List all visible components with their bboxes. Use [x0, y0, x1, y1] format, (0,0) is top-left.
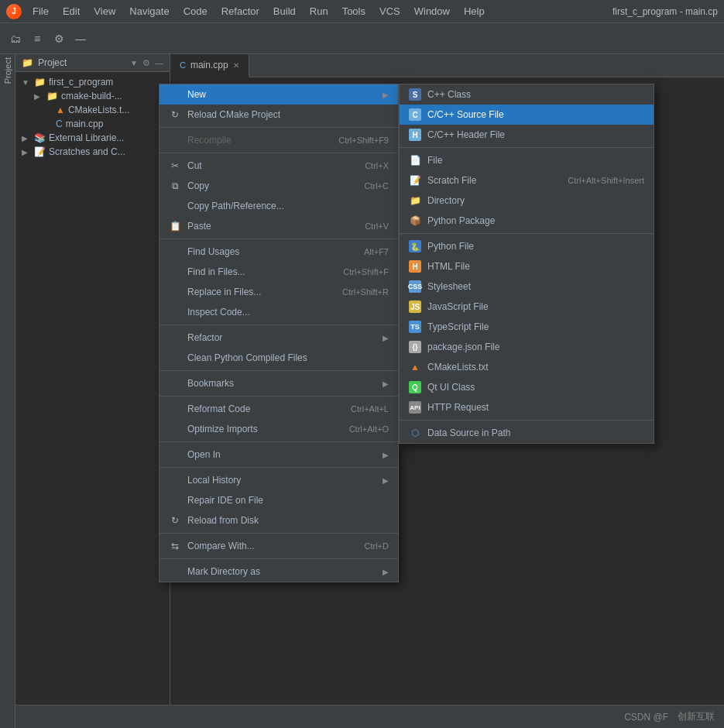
ctx-item-replace-in-files[interactable]: Replace in Files... Ctrl+Shift+R: [160, 282, 398, 302]
menu-code[interactable]: Code: [177, 4, 214, 19]
submenu-item-package-json[interactable]: {} package.json File: [400, 337, 654, 357]
submenu-item-javascript[interactable]: JS JavaScript File: [400, 297, 654, 317]
ctx-copy-label: Copy: [187, 180, 359, 191]
menu-vcs[interactable]: VCS: [373, 4, 407, 19]
tab-main-cpp[interactable]: C main.cpp ✕: [170, 54, 249, 77]
menu-navigate[interactable]: Navigate: [123, 4, 175, 19]
menu-help[interactable]: Help: [458, 4, 491, 19]
ctx-local-history-label: Local History: [187, 475, 376, 486]
submenu-item-cmakelists[interactable]: ▲ CMakeLists.txt: [400, 357, 654, 377]
menu-build[interactable]: Build: [267, 4, 302, 19]
tree-arrow-ext: ▶: [22, 134, 31, 143]
ctx-sep-2: [160, 153, 398, 153]
menu-file[interactable]: File: [26, 4, 55, 19]
ctx-item-reformat[interactable]: Reformat Code Ctrl+Alt+L: [160, 399, 398, 419]
project-settings-icon[interactable]: ⚙: [142, 58, 150, 68]
toolbar-icon-2[interactable]: ⚙: [50, 29, 68, 48]
ctx-item-cut[interactable]: ✂ Cut Ctrl+X: [160, 156, 398, 176]
submenu-item-cpp-header[interactable]: H C/C++ Header File: [400, 125, 654, 145]
ctx-refactor-label: Refactor: [187, 332, 376, 343]
project-minimize-icon[interactable]: —: [155, 58, 163, 67]
submenu-item-python-package[interactable]: 📦 Python Package: [400, 211, 654, 231]
submenu-item-stylesheet[interactable]: CSS Stylesheet: [400, 276, 654, 297]
ctx-item-copy[interactable]: ⧉ Copy Ctrl+C: [160, 176, 398, 196]
tab-close-icon[interactable]: ✕: [233, 61, 239, 70]
submenu-cpp-source-label: C/C++ Source File: [427, 109, 644, 120]
submenu-sep-3: [400, 420, 654, 421]
submenu-python-pkg-label: Python Package: [427, 215, 644, 226]
ctx-item-mark-directory[interactable]: Mark Directory as ▶: [160, 561, 398, 582]
ctx-item-refactor[interactable]: Refactor ▶: [160, 328, 398, 348]
ctx-item-recompile[interactable]: Recompile Ctrl+Shift+F9: [160, 130, 398, 150]
ctx-item-reload-cmake[interactable]: ↻ Reload CMake Project: [160, 105, 398, 125]
ctx-replace-icon: [169, 286, 181, 298]
submenu-item-file[interactable]: 📄 File: [400, 150, 654, 170]
ctx-item-find-usages[interactable]: Find Usages Alt+F7: [160, 242, 398, 262]
ctx-item-clean-python[interactable]: Clean Python Compiled Files: [160, 348, 398, 368]
ctx-item-compare-with[interactable]: ⇆ Compare With... Ctrl+D: [160, 536, 398, 556]
ctx-optimize-label: Optimize Imports: [187, 424, 343, 434]
submenu-item-cpp-class[interactable]: S C++ Class: [400, 84, 654, 105]
toolbar-project-icon[interactable]: 🗂: [6, 29, 25, 48]
ctx-replace-shortcut: Ctrl+Shift+R: [342, 287, 389, 297]
submenu-item-cpp-source[interactable]: C C/C++ Source File: [400, 105, 654, 125]
menu-edit[interactable]: Edit: [57, 4, 86, 19]
ctx-item-optimize-imports[interactable]: Optimize Imports Ctrl+Alt+O: [160, 419, 398, 439]
ctx-local-history-arrow: ▶: [383, 476, 389, 485]
ctx-item-find-in-files[interactable]: Find in Files... Ctrl+Shift+F: [160, 262, 398, 282]
tree-label-external-libs: External Librarie...: [49, 132, 124, 143]
ctx-item-repair-ide[interactable]: Repair IDE on File: [160, 490, 398, 510]
ctx-sep-6: [160, 396, 398, 397]
tree-item-external-libs[interactable]: ▶ 📚 External Librarie...: [15, 131, 170, 145]
ctx-item-local-history[interactable]: Local History ▶: [160, 470, 398, 490]
submenu-item-html-file[interactable]: H HTML File: [400, 256, 654, 276]
ctx-item-paste[interactable]: 📋 Paste Ctrl+V: [160, 216, 398, 236]
toolbar: 🗂 ≡ ⚙ —: [0, 23, 724, 54]
submenu-item-data-source-path[interactable]: ⬡ Data Source in Path: [400, 423, 654, 443]
ctx-reformat-label: Reformat Code: [187, 403, 345, 414]
submenu-scratch-shortcut: Ctrl+Alt+Shift+Insert: [568, 176, 644, 185]
ctx-item-new[interactable]: New ▶: [160, 84, 398, 105]
ctx-item-reload-disk[interactable]: ↻ Reload from Disk: [160, 510, 398, 531]
submenu-item-python-file[interactable]: 🐍 Python File: [400, 236, 654, 256]
tree-item-cmakelists[interactable]: ▲ CMakeLists.t...: [15, 103, 170, 117]
ctx-item-bookmarks[interactable]: Bookmarks ▶: [160, 373, 398, 393]
ctx-open-in-arrow: ▶: [383, 451, 389, 459]
submenu-item-typescript[interactable]: TS TypeScript File: [400, 317, 654, 337]
toolbar-icon-3[interactable]: —: [71, 29, 90, 48]
tree-item-root[interactable]: ▼ 📁 first_c_program: [15, 75, 170, 89]
ctx-clean-python-icon: [169, 352, 181, 364]
tree-item-scratches[interactable]: ▶ 📝 Scratches and C...: [15, 145, 170, 159]
ctx-mark-dir-arrow: ▶: [383, 568, 389, 576]
submenu-item-qt-ui[interactable]: Q Qt UI Class: [400, 377, 654, 397]
submenu-item-scratch-file[interactable]: 📝 Scratch File Ctrl+Alt+Shift+Insert: [400, 170, 654, 191]
ctx-copy-path-icon: [169, 200, 181, 212]
submenu-stylesheet-label: Stylesheet: [427, 281, 644, 292]
project-vertical-label[interactable]: Project: [3, 57, 12, 84]
ctx-cut-icon: ✂: [169, 160, 181, 172]
ctx-refactor-icon: [169, 331, 181, 344]
ctx-item-inspect-code[interactable]: Inspect Code...: [160, 302, 398, 322]
menu-view[interactable]: View: [87, 4, 122, 19]
submenu-new: S C++ Class C C/C++ Source File H C/C++ …: [399, 84, 654, 444]
menu-tools[interactable]: Tools: [336, 4, 372, 19]
menu-window[interactable]: Window: [408, 4, 456, 19]
menu-run[interactable]: Run: [304, 4, 335, 19]
submenu-sep-2: [400, 233, 654, 234]
ctx-open-in-label: Open In: [187, 449, 376, 460]
ctx-sep-4: [160, 325, 398, 325]
ctx-sep-7: [160, 441, 398, 442]
menu-refactor[interactable]: Refactor: [215, 4, 266, 19]
ctx-item-copy-path[interactable]: Copy Path/Reference...: [160, 196, 398, 216]
project-chevron-down-icon[interactable]: ▼: [130, 59, 138, 67]
tree-item-cmake-build[interactable]: ▶ 📁 cmake-build-...: [15, 89, 170, 103]
toolbar-icon-1[interactable]: ≡: [28, 29, 46, 48]
ctx-paste-icon: 📋: [169, 220, 181, 232]
status-bar: CSDN @F 创新互联: [0, 705, 724, 728]
submenu-item-directory[interactable]: 📁 Directory: [400, 191, 654, 211]
tree-item-main-cpp[interactable]: C main.cpp: [15, 117, 170, 131]
submenu-item-http-request[interactable]: API HTTP Request: [400, 397, 654, 417]
submenu-cpp-header-label: C/C++ Header File: [427, 129, 644, 140]
ctx-item-open-in[interactable]: Open In ▶: [160, 445, 398, 465]
ctx-cut-shortcut: Ctrl+X: [365, 161, 389, 170]
